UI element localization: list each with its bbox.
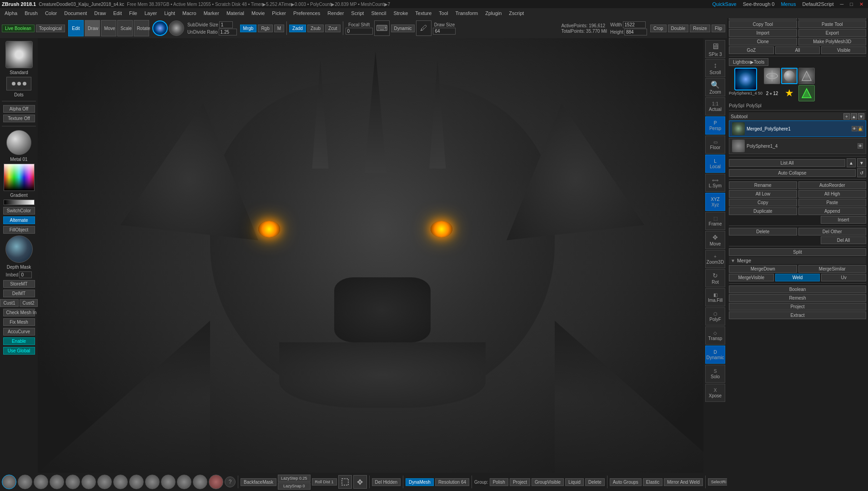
mrgb-btn[interactable]: Mrgb — [240, 25, 257, 32]
snakeh1-brush[interactable] — [129, 475, 144, 489]
picker-menu[interactable]: Picker — [269, 10, 289, 16]
document-menu[interactable]: Document — [61, 10, 90, 16]
alpha-menu[interactable]: Alpha — [2, 10, 20, 16]
del-all-btn[interactable]: Del All — [821, 236, 866, 244]
lightbox-tools-btn[interactable]: Lightbox▶Tools — [729, 58, 768, 66]
subdivide-input[interactable] — [219, 21, 233, 28]
rgb-btn[interactable]: Rgb — [258, 25, 272, 32]
subtool-add-icon[interactable]: + — [843, 113, 850, 120]
polish-btn[interactable]: Polish — [490, 478, 508, 486]
polysphere-item[interactable]: PolySphere1_4 👁 — [729, 138, 866, 154]
solo-btn[interactable]: S Solo — [705, 365, 725, 383]
dynamic-btn[interactable]: Dynamic — [391, 25, 415, 32]
liquid-btn[interactable]: Liquid — [565, 478, 584, 486]
transp-btn[interactable]: ◇ Transp — [705, 326, 725, 345]
dam-st-brush[interactable] — [65, 475, 80, 489]
all-btn[interactable]: All — [775, 46, 820, 54]
draw-menu[interactable]: Draw — [91, 10, 109, 16]
move-brush[interactable] — [18, 475, 32, 489]
claybui-brush[interactable] — [34, 475, 48, 489]
merged-polysphere-item[interactable]: Merged_PolySphere1 👁 🔒 — [729, 120, 866, 137]
tool-polyme[interactable] — [798, 68, 815, 84]
dynamic-btn[interactable]: D Dynamic — [705, 346, 725, 364]
auto-collapse-action-icon[interactable]: ↺ — [857, 168, 866, 177]
scale-btn[interactable]: Scale — [117, 20, 133, 36]
list-all-btn[interactable]: List All — [729, 159, 845, 167]
make-polymesh-btn[interactable]: Make PolyMesh3D — [798, 38, 867, 45]
double-btn[interactable]: Double — [668, 25, 689, 32]
clone-btn[interactable]: Clone — [729, 38, 797, 45]
resolution-btn[interactable]: Resolution 64 — [435, 478, 469, 486]
extract-btn[interactable]: Extract — [729, 311, 866, 319]
merge-similar-btn[interactable]: MergeSimilar — [798, 265, 867, 273]
render-menu[interactable]: Render — [325, 10, 346, 16]
split-btn[interactable]: Split — [729, 248, 866, 256]
fix-mesh-btn[interactable]: Fix Mesh — [3, 318, 35, 326]
all-high-btn[interactable]: All High — [798, 190, 867, 198]
focal-shift-input[interactable] — [346, 28, 373, 35]
paste-tool-btn[interactable]: Paste Tool — [798, 20, 867, 28]
check-mesh-in-btn[interactable]: Check Mesh In — [3, 309, 35, 316]
movie-menu[interactable]: Movie — [249, 10, 267, 16]
macro-menu[interactable]: Macro — [180, 10, 199, 16]
paste-btn[interactable]: Paste — [798, 199, 867, 206]
star-icon[interactable]: ★ — [781, 85, 798, 101]
tool-polysphere[interactable] — [781, 68, 798, 84]
brush-menu[interactable]: Brush — [22, 10, 40, 16]
local-btn[interactable]: L Local — [705, 155, 725, 173]
texture-menu[interactable]: Texture — [412, 10, 434, 16]
xpose-btn[interactable]: X Xpose — [705, 384, 725, 402]
edit-btn[interactable]: Edit — [68, 20, 84, 36]
subtool-section-header[interactable]: Subtool + ▲ ▼ — [729, 112, 866, 120]
delete-subtool-btn[interactable]: Delete — [729, 228, 797, 235]
list-all-up-icon[interactable]: ▲ — [847, 158, 856, 167]
append-btn[interactable]: Append — [798, 207, 867, 215]
fill-object-btn[interactable]: FillObject — [3, 226, 35, 234]
copy-btn[interactable]: Copy — [729, 199, 797, 206]
gradient-bar[interactable] — [4, 200, 35, 205]
auto-collapse-btn[interactable]: Auto Collapse — [729, 169, 856, 177]
move-btn[interactable]: ✥ Move — [705, 231, 725, 249]
orb-cr-brush[interactable] — [193, 475, 207, 489]
rot-btn[interactable]: ↻ Rot — [705, 269, 725, 287]
standard-brush[interactable] — [2, 475, 16, 489]
merge-section-header[interactable]: ▼ Merge — [729, 257, 866, 264]
persp-btn[interactable]: P Persp — [705, 116, 725, 135]
marker-menu[interactable]: Marker — [201, 10, 222, 16]
copy-tool-btn[interactable]: Copy Tool — [729, 20, 797, 28]
alternate-btn[interactable]: Alternate — [3, 216, 35, 224]
move-icon[interactable]: ✥ — [353, 475, 367, 489]
sphere-preview-2[interactable] — [169, 20, 184, 36]
quicksave-btn[interactable]: QuickSave — [710, 1, 739, 7]
viewport[interactable] — [38, 38, 727, 473]
auto-groups-btn[interactable]: Auto Groups — [610, 478, 642, 486]
export-btn[interactable]: Export — [798, 29, 867, 37]
alpha-off-btn[interactable]: Alpha Off — [3, 105, 35, 113]
width-input[interactable] — [623, 21, 646, 28]
material-preview[interactable] — [6, 130, 31, 155]
cust2-btn[interactable]: Cust2 — [20, 299, 38, 307]
xyz-btn[interactable]: XYZ Xyz — [705, 193, 725, 211]
delete-btn[interactable]: Delete — [585, 478, 605, 486]
del-hidden-btn[interactable]: Del Hidden — [372, 478, 401, 486]
lock-icon[interactable]: 🔒 — [858, 126, 863, 131]
stencil-menu[interactable]: Stencil — [368, 10, 389, 16]
zoom-btn[interactable]: 🔍 Zoom — [705, 78, 725, 96]
merge-visible-btn[interactable]: MergeVisible — [729, 274, 774, 281]
edit-menu[interactable]: Edit — [110, 10, 125, 16]
remesh-btn[interactable]: Remesh — [729, 294, 866, 302]
dyna-mesh-btn[interactable]: DynaMesh — [406, 478, 434, 486]
light-menu[interactable]: Light — [161, 10, 178, 16]
crop-btn[interactable]: Crop — [650, 25, 667, 32]
goz-btn[interactable]: GoZ — [729, 46, 774, 54]
close-btn[interactable]: ✕ — [857, 1, 866, 7]
elastic-btn[interactable]: Elastic — [643, 478, 662, 486]
stroke-menu[interactable]: Stroke — [391, 10, 411, 16]
zplugin-menu[interactable]: Zplugin — [482, 10, 504, 16]
dots-preview[interactable] — [6, 77, 31, 90]
eye-icon[interactable]: 👁 — [852, 126, 857, 131]
material-menu[interactable]: Material — [224, 10, 247, 16]
lsym-btn[interactable]: ⟺ L.Sym — [705, 174, 725, 192]
snakec-brush[interactable] — [161, 475, 176, 489]
subtool-move-up-icon[interactable]: ▲ — [851, 113, 857, 120]
